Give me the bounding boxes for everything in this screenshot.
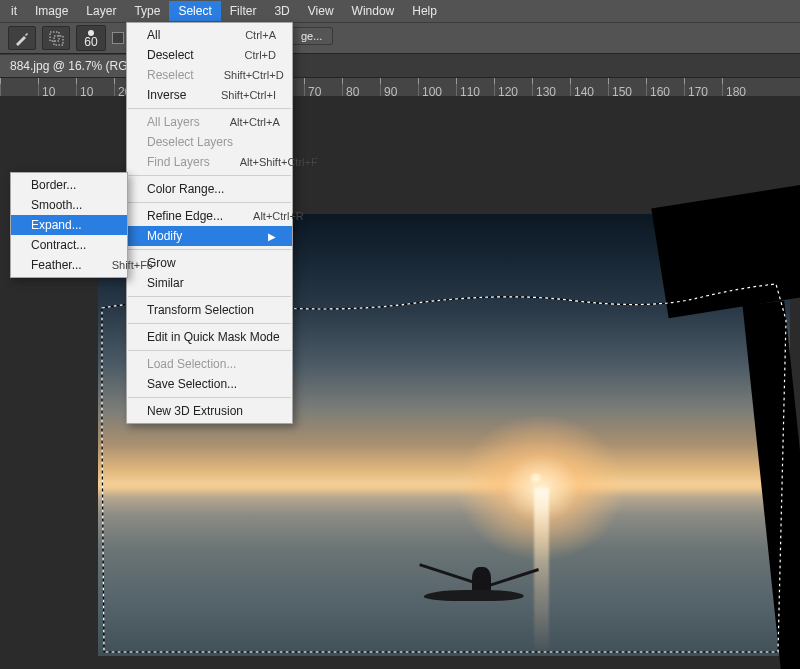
menu-item-select[interactable]: Select bbox=[169, 1, 220, 21]
wand-icon bbox=[14, 30, 30, 46]
menu-item-label: Find Layers bbox=[147, 155, 210, 169]
menu-item-label: All bbox=[147, 28, 160, 42]
modify-menu-item-smooth[interactable]: Smooth... bbox=[11, 195, 127, 215]
menu-item-shortcut: Alt+Shift+Ctrl+F bbox=[210, 156, 318, 168]
ruler-tick: 120 bbox=[494, 78, 532, 96]
menu-separator bbox=[128, 249, 291, 250]
menu-item-label: Feather... bbox=[31, 258, 82, 272]
menu-item-shortcut: Ctrl+D bbox=[215, 49, 276, 61]
ruler-tick: 130 bbox=[532, 78, 570, 96]
tool-preset-picker[interactable] bbox=[8, 26, 36, 50]
menu-separator bbox=[128, 175, 291, 176]
modify-menu-item-border[interactable]: Border... bbox=[11, 175, 127, 195]
menu-separator bbox=[128, 323, 291, 324]
select-menu-item-transform-selection[interactable]: Transform Selection bbox=[127, 300, 292, 320]
menu-item-type[interactable]: Type bbox=[125, 1, 169, 21]
modify-submenu: Border...Smooth...Expand...Contract...Fe… bbox=[10, 172, 128, 278]
modify-menu-item-feather[interactable]: Feather...Shift+F6 bbox=[11, 255, 127, 275]
menu-item-label: Reselect bbox=[147, 68, 194, 82]
menu-item-layer[interactable]: Layer bbox=[77, 1, 125, 21]
ruler-tick: 160 bbox=[646, 78, 684, 96]
select-menu-item-new-3d-extrusion[interactable]: New 3D Extrusion bbox=[127, 401, 292, 421]
menu-item-label: All Layers bbox=[147, 115, 200, 129]
select-menu-item-edit-in-quick-mask-mode[interactable]: Edit in Quick Mask Mode bbox=[127, 327, 292, 347]
ruler-tick: 80 bbox=[342, 78, 380, 96]
photo-sun bbox=[530, 473, 542, 485]
menu-item-label: Contract... bbox=[31, 238, 86, 252]
modify-menu-item-contract[interactable]: Contract... bbox=[11, 235, 127, 255]
menu-separator bbox=[128, 397, 291, 398]
photo-kayak bbox=[402, 554, 554, 616]
menu-item-image[interactable]: Image bbox=[26, 1, 77, 21]
menu-item-shortcut: Shift+Ctrl+I bbox=[191, 89, 276, 101]
menu-item-view[interactable]: View bbox=[299, 1, 343, 21]
brush-size-picker[interactable]: 60 bbox=[76, 25, 106, 51]
modify-menu-item-expand[interactable]: Expand... bbox=[11, 215, 127, 235]
menu-separator bbox=[128, 108, 291, 109]
menu-item-it[interactable]: it bbox=[2, 1, 26, 21]
ruler-tick: 140 bbox=[570, 78, 608, 96]
menu-item-shortcut: Alt+Ctrl+R bbox=[223, 210, 304, 222]
menu-item-shortcut: Ctrl+A bbox=[215, 29, 276, 41]
select-menu-item-deselect-layers: Deselect Layers bbox=[127, 132, 292, 152]
menu-item-label: Edit in Quick Mask Mode bbox=[147, 330, 280, 344]
select-menu-item-modify[interactable]: Modify▶ bbox=[127, 226, 292, 246]
ruler-tick: 70 bbox=[304, 78, 342, 96]
select-menu-item-save-selection[interactable]: Save Selection... bbox=[127, 374, 292, 394]
menu-separator bbox=[128, 350, 291, 351]
horizontal-ruler: 1010203040506070809010011012013014015016… bbox=[0, 78, 800, 96]
refine-edge-option-button[interactable]: ge... bbox=[290, 27, 333, 45]
select-menu-item-similar[interactable]: Similar bbox=[127, 273, 292, 293]
select-menu-item-find-layers: Find LayersAlt+Shift+Ctrl+F bbox=[127, 152, 292, 172]
selection-mode-button[interactable] bbox=[42, 26, 70, 50]
menu-item-label: Modify bbox=[147, 229, 182, 243]
select-menu-item-reselect: ReselectShift+Ctrl+D bbox=[127, 65, 292, 85]
menu-item-label: Save Selection... bbox=[147, 377, 237, 391]
menu-separator bbox=[128, 296, 291, 297]
ruler-tick: 170 bbox=[684, 78, 722, 96]
select-menu-dropdown: AllCtrl+ADeselectCtrl+DReselectShift+Ctr… bbox=[126, 22, 293, 424]
select-menu-item-inverse[interactable]: InverseShift+Ctrl+I bbox=[127, 85, 292, 105]
submenu-arrow-icon: ▶ bbox=[238, 231, 276, 242]
ruler-tick: 10 bbox=[38, 78, 76, 96]
menu-item-window[interactable]: Window bbox=[343, 1, 404, 21]
menu-item-label: Refine Edge... bbox=[147, 209, 223, 223]
menu-item-label: Deselect Layers bbox=[147, 135, 233, 149]
menu-item-3d[interactable]: 3D bbox=[265, 1, 298, 21]
ruler-tick: 180 bbox=[722, 78, 760, 96]
menu-item-label: Expand... bbox=[31, 218, 82, 232]
ruler-tick bbox=[0, 78, 38, 96]
menu-item-shortcut: Alt+Ctrl+A bbox=[200, 116, 280, 128]
select-menu-item-color-range[interactable]: Color Range... bbox=[127, 179, 292, 199]
menu-item-label: Load Selection... bbox=[147, 357, 236, 371]
selection-add-icon bbox=[48, 30, 64, 46]
menu-item-label: New 3D Extrusion bbox=[147, 404, 243, 418]
select-menu-item-refine-edge[interactable]: Refine Edge...Alt+Ctrl+R bbox=[127, 206, 292, 226]
menu-item-label: Transform Selection bbox=[147, 303, 254, 317]
menu-item-label: Color Range... bbox=[147, 182, 224, 196]
ruler-tick: 90 bbox=[380, 78, 418, 96]
photo-dark-region bbox=[651, 185, 800, 318]
menu-item-shortcut: Shift+Ctrl+D bbox=[194, 69, 284, 81]
select-menu-item-all[interactable]: AllCtrl+A bbox=[127, 25, 292, 45]
ruler-tick: 10 bbox=[76, 78, 114, 96]
select-menu-item-deselect[interactable]: DeselectCtrl+D bbox=[127, 45, 292, 65]
select-menu-item-all-layers: All LayersAlt+Ctrl+A bbox=[127, 112, 292, 132]
options-bar: 60 Sam ge... bbox=[0, 22, 800, 54]
menu-item-label: Inverse bbox=[147, 88, 186, 102]
menu-item-filter[interactable]: Filter bbox=[221, 1, 266, 21]
menu-item-label: Smooth... bbox=[31, 198, 82, 212]
menu-separator bbox=[128, 202, 291, 203]
menu-item-label: Similar bbox=[147, 276, 184, 290]
select-menu-item-load-selection: Load Selection... bbox=[127, 354, 292, 374]
ruler-tick: 100 bbox=[418, 78, 456, 96]
menu-bar: itImageLayerTypeSelectFilter3DViewWindow… bbox=[0, 0, 800, 22]
menu-item-label: Border... bbox=[31, 178, 76, 192]
document-tab-bar: 884.jpg @ 16.7% (RGB/8) * × bbox=[0, 54, 800, 78]
brush-size-value: 60 bbox=[84, 37, 97, 47]
menu-item-help[interactable]: Help bbox=[403, 1, 446, 21]
sample-all-layers-checkbox[interactable] bbox=[112, 32, 124, 44]
menu-item-shortcut: Shift+F6 bbox=[82, 259, 153, 271]
ruler-tick: 150 bbox=[608, 78, 646, 96]
ruler-tick: 110 bbox=[456, 78, 494, 96]
